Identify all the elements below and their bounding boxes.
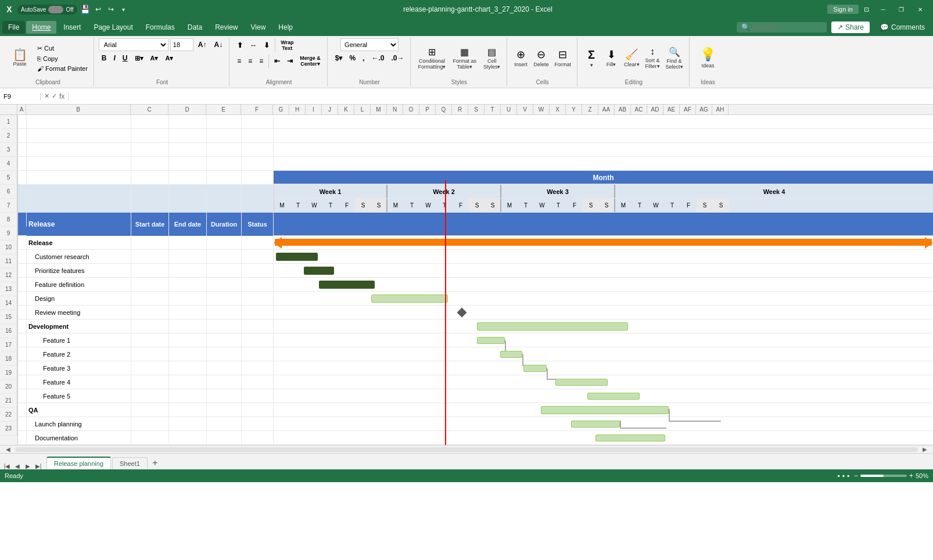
scroll-right-btn[interactable]: ▶: [919, 446, 931, 453]
cell-18a[interactable]: [18, 361, 27, 375]
cell-18c[interactable]: [131, 361, 169, 375]
normal-view-btn[interactable]: ▪: [837, 472, 839, 480]
col-header-f[interactable]: F: [241, 105, 273, 115]
task-feature1[interactable]: Feature 1: [27, 333, 131, 347]
format-painter-button[interactable]: 🖌 Format Painter: [35, 64, 90, 73]
cell-7b[interactable]: [27, 199, 131, 213]
cell-19f[interactable]: [242, 375, 274, 389]
col-header-y[interactable]: Y: [566, 105, 582, 115]
cell-16d[interactable]: [169, 333, 207, 347]
cell-20c[interactable]: [131, 389, 169, 403]
merge-center-button[interactable]: Merge &Center▾: [297, 54, 324, 68]
cell-13f[interactable]: [242, 292, 274, 306]
align-middle-button[interactable]: ↔: [247, 38, 260, 52]
cell-18f[interactable]: [242, 361, 274, 375]
cell-14d[interactable]: [169, 306, 207, 320]
cell-12f[interactable]: [242, 278, 274, 292]
cell-1c[interactable]: [131, 115, 169, 129]
autosum-button[interactable]: Σ ▾: [582, 47, 601, 70]
cell-20e[interactable]: [207, 389, 242, 403]
cell-styles-button[interactable]: ▤ CellStyles▾: [481, 45, 503, 71]
header-start-date[interactable]: Start date: [131, 213, 169, 236]
col-header-l[interactable]: L: [354, 105, 371, 115]
cell-19a[interactable]: [18, 375, 27, 389]
cell-22c[interactable]: [131, 417, 169, 431]
fill-color-button[interactable]: A▾: [148, 53, 162, 63]
cell-11d[interactable]: [169, 264, 207, 278]
cell-15c[interactable]: [131, 320, 169, 333]
col-header-ad[interactable]: AD: [647, 105, 663, 115]
align-bottom-button[interactable]: ⬇: [261, 38, 272, 52]
comma-button[interactable]: ,: [360, 53, 367, 63]
cell-1f[interactable]: [242, 115, 274, 129]
menu-item-formulas[interactable]: Formulas: [140, 21, 181, 34]
task-development[interactable]: Development: [27, 320, 131, 333]
cell-18d[interactable]: [169, 361, 207, 375]
tab-release-planning[interactable]: Release planning: [46, 457, 111, 469]
cell-23a[interactable]: [18, 431, 27, 445]
cell-15d[interactable]: [169, 320, 207, 333]
col-header-z[interactable]: Z: [582, 105, 598, 115]
underline-button[interactable]: U: [120, 53, 131, 63]
col-header-x[interactable]: X: [550, 105, 566, 115]
cell-1d[interactable]: [169, 115, 207, 129]
cancel-formula-icon[interactable]: ✕: [44, 92, 49, 100]
autosave-toggle[interactable]: AutoSave Off: [17, 5, 77, 15]
sort-filter-button[interactable]: ↕ Sort &Filter▾: [643, 45, 662, 71]
cell-5e[interactable]: [207, 171, 242, 185]
decrease-indent-button[interactable]: ⇤: [271, 54, 283, 68]
col-header-m[interactable]: M: [371, 105, 387, 115]
col-header-d[interactable]: D: [168, 105, 206, 115]
col-header-q[interactable]: Q: [436, 105, 452, 115]
sheet-nav-next[interactable]: ▶: [23, 463, 33, 469]
cell-23e[interactable]: [207, 431, 242, 445]
search-input[interactable]: [752, 23, 822, 31]
menu-item-review[interactable]: Review: [209, 21, 243, 34]
cell-11a[interactable]: [18, 264, 27, 278]
format-button[interactable]: ⊟ Format: [552, 47, 574, 69]
decrease-decimal-button[interactable]: ←.0: [368, 53, 387, 63]
cell-9a[interactable]: [18, 236, 27, 250]
percent-button[interactable]: %: [346, 53, 358, 63]
redo-icon[interactable]: ↪: [106, 5, 116, 14]
cell-1e[interactable]: [207, 115, 242, 129]
cell-21a[interactable]: [18, 403, 27, 417]
ideas-button[interactable]: 💡 Ideas: [694, 45, 722, 71]
col-header-c[interactable]: C: [131, 105, 168, 115]
sheet-nav-prev[interactable]: ◀: [13, 463, 22, 469]
conditional-formatting-button[interactable]: ⊞ ConditionalFormatting▾: [415, 45, 448, 71]
col-header-a[interactable]: A: [17, 105, 26, 115]
cell-8a[interactable]: [18, 213, 27, 227]
cell-1a[interactable]: [18, 115, 27, 129]
col-header-v[interactable]: V: [517, 105, 533, 115]
close-button[interactable]: ✕: [912, 4, 928, 15]
cell-5b[interactable]: [27, 171, 131, 185]
zoom-out-btn[interactable]: −: [854, 472, 858, 480]
task-feature4[interactable]: Feature 4: [27, 375, 131, 389]
task-feature2[interactable]: Feature 2: [27, 347, 131, 361]
bold-button[interactable]: B: [99, 53, 110, 63]
cell-14a[interactable]: [18, 306, 27, 320]
cell-5f[interactable]: [242, 171, 274, 185]
menu-item-help[interactable]: Help: [272, 21, 299, 34]
comments-button[interactable]: 💬 Comments: [874, 21, 931, 33]
cell-6a[interactable]: [18, 185, 27, 199]
menu-item-home[interactable]: Home: [26, 21, 56, 34]
cell-5c[interactable]: [131, 171, 169, 185]
cell-9f[interactable]: [242, 236, 274, 250]
cell-1b[interactable]: [27, 115, 131, 129]
cell-6d[interactable]: [169, 185, 207, 199]
cell-7e[interactable]: [207, 199, 242, 213]
cell-14e[interactable]: [207, 306, 242, 320]
cell-5d[interactable]: [169, 171, 207, 185]
cell-12c[interactable]: [131, 278, 169, 292]
align-left-button[interactable]: ≡: [234, 54, 244, 68]
cell-10c[interactable]: [131, 250, 169, 264]
cell-17e[interactable]: [207, 347, 242, 361]
cell-16a[interactable]: [18, 333, 27, 347]
autosave-state[interactable]: [48, 6, 63, 13]
task-prioritize[interactable]: Prioritize features: [27, 264, 131, 278]
col-header-k[interactable]: K: [338, 105, 354, 115]
col-header-ag[interactable]: AG: [696, 105, 712, 115]
page-layout-btn[interactable]: ▪: [842, 472, 844, 480]
